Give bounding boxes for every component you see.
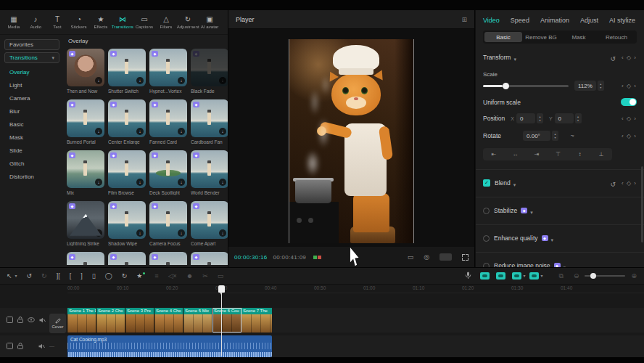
delete-icon[interactable]: ▯ bbox=[92, 272, 96, 280]
toolbar-media[interactable]: ▦Media bbox=[3, 15, 25, 29]
toolbar-text[interactable]: TText bbox=[46, 15, 68, 29]
clip-scene-3[interactable]: Scene 3 Pre bbox=[125, 308, 154, 333]
edit-cover-button[interactable]: Cover bbox=[49, 314, 66, 333]
scissors-icon[interactable]: ✂ bbox=[202, 272, 208, 280]
freeze-frame-icon[interactable]: ◯ bbox=[105, 272, 112, 280]
chevron-down-icon[interactable] bbox=[548, 232, 554, 245]
smart-edit-icon[interactable]: ★ bbox=[136, 272, 145, 280]
transition-item[interactable] bbox=[191, 201, 228, 239]
transition-item[interactable] bbox=[67, 201, 104, 239]
subtab-remove-bg[interactable]: Remove BG bbox=[522, 32, 560, 42]
stabilize-checkbox[interactable] bbox=[483, 208, 490, 214]
scale-keyframe-control[interactable] bbox=[622, 83, 637, 89]
inspector-scrollbar[interactable] bbox=[641, 166, 643, 242]
sidebar-item-light[interactable]: Light bbox=[0, 79, 64, 92]
sidebar-item-distortion[interactable]: Distortion bbox=[0, 171, 64, 184]
sidebar-item-mask[interactable]: Mask bbox=[0, 131, 64, 144]
position-y-stepper[interactable] bbox=[575, 113, 582, 123]
sidebar-item-slide[interactable]: Slide bbox=[0, 144, 64, 158]
align-left-icon[interactable]: ⇤ bbox=[483, 151, 505, 158]
rotate-value-field[interactable]: 0.00° bbox=[523, 131, 550, 141]
select-tool-icon[interactable]: ↖ bbox=[7, 272, 12, 280]
zoom-out-icon[interactable]: ⊖ bbox=[574, 272, 579, 280]
chevron-down-icon[interactable] bbox=[527, 204, 533, 217]
reset-blend-icon[interactable] bbox=[611, 176, 616, 189]
transition-item[interactable] bbox=[67, 252, 104, 265]
align-top-icon[interactable]: ⊤ bbox=[548, 151, 569, 158]
quality-selector[interactable] bbox=[439, 253, 452, 261]
clip-scene-1[interactable]: Scene 1 The E bbox=[67, 308, 96, 333]
toolbar-stickers[interactable]: ◔Stickers bbox=[68, 15, 90, 29]
subtab-mask[interactable]: Mask bbox=[560, 32, 598, 42]
redo-icon[interactable]: ↻ bbox=[41, 272, 47, 280]
link-clips-toggle[interactable] bbox=[496, 272, 505, 280]
transition-item[interactable] bbox=[149, 150, 187, 188]
audio-clip[interactable]: Cat Cooking.mp3 bbox=[67, 335, 272, 357]
trim-left-icon[interactable]: [ bbox=[70, 272, 72, 280]
mute-track-icon[interactable] bbox=[38, 343, 45, 349]
transition-item[interactable] bbox=[149, 99, 187, 137]
record-voiceover-icon[interactable] bbox=[465, 269, 471, 282]
align-center-vertical-icon[interactable]: ↕ bbox=[569, 151, 591, 158]
scale-stepper[interactable] bbox=[598, 81, 604, 91]
mute-track-icon[interactable] bbox=[39, 317, 46, 323]
track-collapse-dash[interactable]: — bbox=[49, 343, 54, 348]
tab-animation[interactable]: Animation bbox=[540, 17, 569, 24]
undo-icon[interactable]: ↺ bbox=[27, 272, 33, 280]
timeline-zoom-slider[interactable] bbox=[585, 275, 625, 277]
transition-item[interactable] bbox=[108, 150, 146, 188]
transition-item[interactable] bbox=[108, 49, 146, 86]
tab-video[interactable]: Video bbox=[483, 17, 500, 24]
rotate-stepper[interactable] bbox=[552, 131, 558, 141]
subtab-retouch[interactable]: Retouch bbox=[598, 32, 635, 42]
rotate-keyframe-control[interactable] bbox=[622, 133, 637, 139]
chevron-down-icon[interactable] bbox=[511, 51, 516, 64]
auto-preview-toggle[interactable] bbox=[512, 272, 521, 280]
trim-right-icon[interactable]: ] bbox=[80, 272, 83, 280]
reverse-icon[interactable]: ↻ bbox=[122, 272, 128, 280]
position-x-stepper[interactable] bbox=[537, 113, 543, 123]
video-preview[interactable] bbox=[289, 39, 414, 243]
blend-checkbox[interactable] bbox=[483, 179, 490, 187]
lock-track-icon[interactable] bbox=[17, 317, 23, 323]
scale-value-field[interactable]: 112% bbox=[574, 81, 596, 91]
clip-scene-5[interactable]: Scene 5 Mix bbox=[183, 308, 212, 333]
track-options-icon[interactable]: ≡ bbox=[154, 272, 158, 280]
transition-item[interactable] bbox=[67, 99, 104, 137]
clip-scene-2[interactable]: Scene 2 Cho bbox=[96, 308, 125, 333]
mirror-preview-icon[interactable]: ⧉ bbox=[558, 272, 563, 280]
fullscreen-icon[interactable] bbox=[462, 254, 468, 261]
transition-item[interactable] bbox=[67, 49, 104, 86]
transition-item[interactable] bbox=[191, 150, 228, 188]
tab-adjust[interactable]: Adjust bbox=[580, 17, 598, 24]
transition-item[interactable] bbox=[108, 201, 146, 239]
clip-scene-4[interactable]: Scene 4 Cho bbox=[154, 308, 183, 333]
track-frame-icon[interactable] bbox=[7, 317, 13, 323]
reset-transform-icon[interactable] bbox=[611, 51, 616, 64]
sound-sync-toggle[interactable] bbox=[529, 272, 539, 280]
toolbar-filters[interactable]: △Filters bbox=[155, 15, 177, 29]
time-ruler[interactable]: 00:00 00:10 00:20 00:30 00:40 00:50 01:0… bbox=[67, 285, 644, 293]
position-x-field[interactable]: 0 bbox=[516, 113, 535, 123]
hide-track-icon[interactable] bbox=[28, 317, 35, 322]
scale-slider[interactable] bbox=[483, 85, 569, 87]
toolbar-captions[interactable]: ▭Captions bbox=[133, 15, 155, 29]
position-keyframe-control[interactable] bbox=[622, 115, 637, 122]
align-bottom-icon[interactable]: ⊥ bbox=[590, 151, 612, 158]
sidebar-item-camera[interactable]: Camera bbox=[0, 92, 64, 105]
toolbar-effects[interactable]: ★Effects bbox=[90, 15, 112, 29]
ratio-icon[interactable]: ▭ bbox=[408, 253, 414, 261]
select-tool-dropdown-icon[interactable]: ▾ bbox=[15, 272, 17, 280]
chevron-down-icon[interactable] bbox=[561, 259, 566, 267]
transition-item[interactable] bbox=[149, 49, 187, 86]
rotate-dial-icon[interactable]: ~ bbox=[564, 132, 580, 139]
position-y-field[interactable]: 0 bbox=[555, 113, 574, 123]
blend-keyframe-control[interactable] bbox=[622, 180, 637, 187]
sidebar-item-basic[interactable]: Basic bbox=[0, 118, 64, 131]
transition-item[interactable] bbox=[191, 49, 228, 86]
sync-options-dropdown-icon[interactable]: ▾ bbox=[540, 272, 542, 280]
transition-item[interactable] bbox=[108, 252, 146, 265]
sidebar-item-overlay[interactable]: Overlay bbox=[0, 66, 64, 79]
player-layout-icon[interactable]: ⊞ bbox=[461, 16, 467, 23]
toolbar-ai-avatar[interactable]: ▣AI avatar bbox=[199, 15, 220, 29]
